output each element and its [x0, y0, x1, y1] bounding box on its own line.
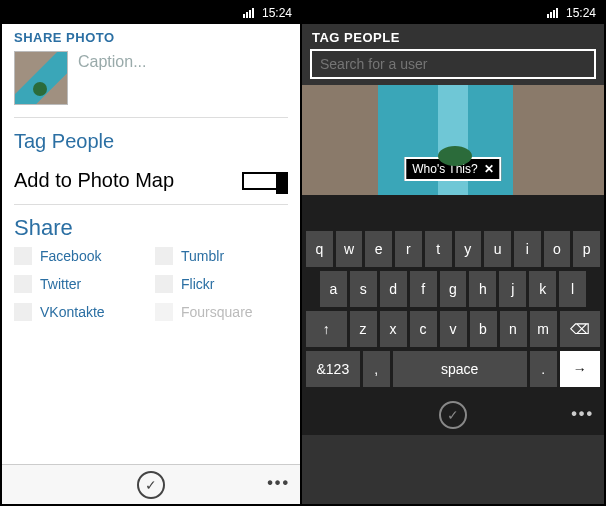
close-icon[interactable]: ✕	[484, 162, 494, 176]
share-targets: Facebook Tumblr Twitter Flickr VKontakte…	[2, 243, 300, 325]
photo-thumbnail[interactable]	[14, 51, 68, 105]
key-f[interactable]: f	[410, 271, 437, 307]
clock: 15:24	[566, 6, 596, 20]
key-m[interactable]: m	[530, 311, 557, 347]
page-title: SHARE PHOTO	[2, 24, 300, 47]
key-y[interactable]: y	[455, 231, 482, 267]
key-shift[interactable]: ↑	[306, 311, 347, 347]
key-w[interactable]: w	[336, 231, 363, 267]
share-foursquare: Foursquare	[155, 303, 288, 321]
share-header: Share	[2, 209, 300, 243]
key-r[interactable]: r	[395, 231, 422, 267]
tag-pill[interactable]: Who's This? ✕	[404, 157, 501, 181]
key-x[interactable]: x	[380, 311, 407, 347]
photo-map-toggle[interactable]	[242, 172, 288, 190]
share-label: Flickr	[181, 276, 214, 292]
clock: 15:24	[262, 6, 292, 20]
keyboard-row-3: ↑zxcvbnm⌫	[306, 311, 600, 347]
key-c[interactable]: c	[410, 311, 437, 347]
key-comma[interactable]: ,	[363, 351, 390, 387]
checkbox[interactable]	[14, 303, 32, 321]
page-title: TAG PEOPLE	[302, 24, 604, 49]
check-icon: ✓	[447, 407, 459, 423]
key-z[interactable]: z	[350, 311, 377, 347]
key-j[interactable]: j	[499, 271, 526, 307]
share-vkontakte[interactable]: VKontakte	[14, 303, 147, 321]
key-t[interactable]: t	[425, 231, 452, 267]
key-g[interactable]: g	[440, 271, 467, 307]
share-facebook[interactable]: Facebook	[14, 247, 147, 265]
keyboard-gap	[302, 195, 604, 225]
keyboard-row-1: qwertyuiop	[306, 231, 600, 267]
keyboard-row-4: &123 , space . →	[306, 351, 600, 387]
key-d[interactable]: d	[380, 271, 407, 307]
share-label: Twitter	[40, 276, 81, 292]
key-b[interactable]: b	[470, 311, 497, 347]
share-photo-screen: 15:24 SHARE PHOTO Caption... Tag People …	[2, 2, 302, 504]
share-tumblr[interactable]: Tumblr	[155, 247, 288, 265]
signal-icon	[547, 8, 558, 18]
share-label: VKontakte	[40, 304, 105, 320]
checkbox[interactable]	[155, 247, 173, 265]
key-p[interactable]: p	[573, 231, 600, 267]
photo-preview[interactable]: Who's This? ✕	[302, 85, 604, 195]
tag-people-row[interactable]: Tag People	[2, 122, 300, 161]
key-i[interactable]: i	[514, 231, 541, 267]
key-s[interactable]: s	[350, 271, 377, 307]
key-enter[interactable]: →	[560, 351, 600, 387]
signal-icon	[243, 8, 254, 18]
key-k[interactable]: k	[529, 271, 556, 307]
key-period[interactable]: .	[530, 351, 557, 387]
divider	[14, 204, 288, 205]
key-a[interactable]: a	[320, 271, 347, 307]
keyboard: qwertyuiop asdfghjkl ↑zxcvbnm⌫ &123 , sp…	[302, 225, 604, 395]
status-bar: 15:24	[2, 2, 300, 24]
key-q[interactable]: q	[306, 231, 333, 267]
checkbox[interactable]	[155, 275, 173, 293]
share-label: Foursquare	[181, 304, 253, 320]
divider	[14, 117, 288, 118]
add-to-photo-map-row[interactable]: Add to Photo Map	[2, 161, 300, 200]
key-backspace[interactable]: ⌫	[560, 311, 601, 347]
tag-people-label: Tag People	[14, 130, 114, 153]
add-to-map-label: Add to Photo Map	[14, 169, 174, 192]
key-l[interactable]: l	[559, 271, 586, 307]
caption-input[interactable]: Caption...	[78, 51, 146, 71]
check-icon: ✓	[145, 477, 157, 493]
checkbox[interactable]	[14, 275, 32, 293]
tag-label: Who's This?	[412, 162, 477, 176]
key-e[interactable]: e	[365, 231, 392, 267]
tag-people-screen: 15:24 TAG PEOPLE Who's This? ✕ qwertyuio…	[302, 2, 604, 504]
app-bar: ✓ •••	[302, 395, 604, 435]
more-button[interactable]: •••	[267, 474, 290, 492]
key-symbols[interactable]: &123	[306, 351, 360, 387]
share-flickr[interactable]: Flickr	[155, 275, 288, 293]
search-input[interactable]	[310, 49, 596, 79]
keyboard-row-2: asdfghjkl	[306, 271, 600, 307]
more-button[interactable]: •••	[571, 405, 594, 423]
share-twitter[interactable]: Twitter	[14, 275, 147, 293]
share-label: Tumblr	[181, 248, 224, 264]
key-o[interactable]: o	[544, 231, 571, 267]
share-label: Facebook	[40, 248, 101, 264]
app-bar: ✓ •••	[2, 464, 300, 504]
key-h[interactable]: h	[469, 271, 496, 307]
key-u[interactable]: u	[484, 231, 511, 267]
checkbox[interactable]	[14, 247, 32, 265]
key-n[interactable]: n	[500, 311, 527, 347]
confirm-button[interactable]: ✓	[439, 401, 467, 429]
key-space[interactable]: space	[393, 351, 527, 387]
checkbox	[155, 303, 173, 321]
status-bar: 15:24	[302, 2, 604, 24]
confirm-button[interactable]: ✓	[137, 471, 165, 499]
key-v[interactable]: v	[440, 311, 467, 347]
